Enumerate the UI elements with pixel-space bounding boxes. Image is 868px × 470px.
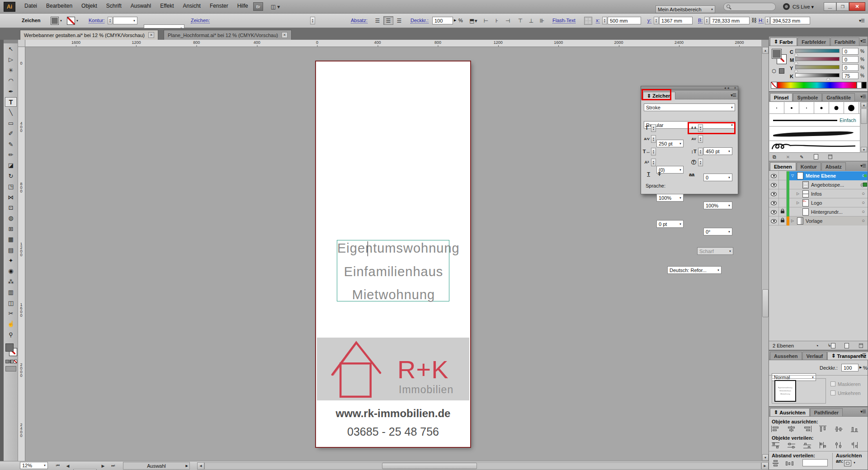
horizontal-scrollbar[interactable] [204,462,761,470]
color-cube-icon[interactable]: ⬡ [772,68,776,74]
distribute-top-icon[interactable] [771,442,781,449]
distribute-vertical-center-icon[interactable] [787,442,797,449]
last-color-swatch[interactable] [779,68,784,74]
tab-werbebanner[interactable]: Werbebanner gestalten.ai* bei 12 % (CMYK… [20,30,158,40]
pencil-tool[interactable]: ✎ [5,140,17,149]
calligraphic-brush-1[interactable] [769,102,784,114]
style-options-button[interactable]: ⬒▾ [467,16,479,25]
distribute-left-icon[interactable] [818,442,828,449]
layer-target-icon[interactable]: ○ [862,209,865,214]
rectangle-tool[interactable]: ▭ [5,118,17,128]
cs-live-menu[interactable]: CS Live ▾ [793,4,814,10]
tab-grafikstile[interactable]: Grafikstile [822,93,855,101]
menu-item-fenster[interactable]: Fenster [205,1,233,11]
eyedropper-tool[interactable]: ✦ [5,256,17,265]
zoom-tool[interactable]: ⚲ [5,330,17,339]
tab-farbfelder[interactable]: Farbfelder [797,38,830,46]
brush-libraries-icon[interactable]: ⧉ [773,154,776,160]
color-fill-swatch[interactable] [772,49,782,59]
opacity-input[interactable]: 100 [432,17,453,24]
collapse-panel-icon[interactable]: ◄◄ [723,86,730,89]
layer-row-vorlage[interactable]: ▷Vorlage○ [769,216,868,226]
align-left-icon[interactable] [771,425,781,432]
rotate-tool[interactable]: ↻ [5,171,17,181]
char-hscale-stepper[interactable]: ▲▼ [651,148,656,155]
brush-scroll-up-icon[interactable]: ▲ [861,102,867,108]
channel-slider-thumb-C[interactable] [794,53,798,56]
distribute-horizontal-center-icon[interactable] [834,442,844,449]
font-size-stepper[interactable]: ▲▼ [310,17,315,24]
char-rotation-select[interactable]: 0° [703,228,732,235]
brush-options-icon[interactable]: ✎ [800,155,803,160]
flash-text-link[interactable]: Flash-Text [552,18,576,24]
artboard[interactable]: Eigentumswohnung Einfamilienhaus Mietwoh… [316,61,470,447]
transparency-opacity-arrow-icon[interactable]: ▶ [859,366,862,369]
layer-row-content[interactable]: Angebotsspe...◎ [789,180,868,189]
x-input[interactable]: 500 mm [608,17,641,24]
char-rotation-stepper[interactable]: ▲▼ [698,159,703,166]
object-thumbnail[interactable]: EigentumswohnungEinfamilienhausMietwohnu… [774,380,796,402]
channel-slider-thumb-Y[interactable] [794,70,798,72]
layer-visibility-cell[interactable] [769,216,779,226]
tab-farbhilfe[interactable]: Farbhilfe [830,38,859,46]
opacity-label[interactable]: Deckkr.: [410,18,429,24]
layer-target-icon[interactable]: ○ [862,191,865,196]
delete-brush-icon[interactable] [828,155,832,159]
layer-row-angebotsspe-[interactable]: Angebotsspe...◎ [769,180,868,189]
align-horizontal-center-icon[interactable] [787,425,797,432]
horizontal-scroll-thumb[interactable] [382,463,477,469]
channel-value-M[interactable]: 0 [842,56,859,63]
tab-close-icon[interactable]: ✕ [282,32,288,38]
column-graph-tool[interactable]: ▥ [5,287,17,297]
channel-slider-Y[interactable] [795,65,840,69]
char-tracking-stepper[interactable]: ▲▼ [698,135,703,143]
remove-brush-stroke-icon[interactable]: ✕ [786,155,790,160]
fill-color-arrow-icon[interactable]: ▼ [60,19,62,22]
channel-slider-thumb-K[interactable] [826,78,830,80]
char-size-select[interactable]: 250 pt [656,140,684,147]
tab-verlauf[interactable]: Verlauf [802,352,827,360]
close-panel-icon[interactable]: ✕ [734,86,736,90]
scroll-down-icon[interactable]: ▼ [762,454,769,461]
layer-lock-cell[interactable] [779,171,787,180]
layer-expand-icon[interactable]: ▷ [797,192,799,196]
character-panel-menu-icon[interactable]: ▾☰ [731,93,736,98]
type-tool[interactable]: T [5,97,17,107]
char-leading-stepper[interactable]: ▲▼ [698,124,703,132]
status-display[interactable]: Auswahl▶ [123,462,190,470]
align-vertical-center-icon[interactable] [834,425,844,432]
free-transform-tool[interactable]: ⊡ [5,203,17,212]
text-frame[interactable]: Eigentumswohnung Einfamilienhaus Mietwoh… [337,240,449,301]
char-vscale-stepper[interactable]: ▲▼ [698,148,703,155]
spectrum-white-swatch[interactable] [857,82,862,89]
next-artboard-icon[interactable]: ▶ [99,461,108,470]
hand-tool[interactable]: ☝ [5,319,17,329]
color-spectrum-bar[interactable] [777,82,857,89]
first-artboard-icon[interactable]: ⏮ [53,461,62,470]
artboard-tool[interactable]: ◫ [5,298,17,308]
layers-panel-menu-icon[interactable]: ▾☰ [860,163,866,168]
calligraphic-brush-row[interactable] [769,102,860,114]
mesh-tool[interactable]: ▦ [5,235,17,244]
menu-item-hilfe[interactable]: Hilfe [233,1,253,11]
layer-row-content[interactable]: ▷R+Logo○ [789,198,868,207]
layer-lock-cell[interactable] [779,180,787,189]
scroll-right-icon[interactable]: ▶ [761,462,769,470]
language-select[interactable]: Deutsch: Refor... [667,266,722,274]
align-bottom-icon[interactable] [850,425,860,432]
visibility-eye-icon[interactable] [771,219,777,223]
tab-farbe[interactable]: ⇕ Farbe [770,38,797,46]
channel-value-C[interactable]: 0 [842,48,859,55]
height-stepper[interactable]: ▲▼ [765,17,770,24]
lasso-tool[interactable]: ◠ [5,76,17,85]
layer-row-content[interactable]: ▽·Meine Ebene○ [789,171,868,180]
tab-ausrichten[interactable]: ⇕ Ausrichten [770,408,810,416]
stroke-weight-stepper[interactable]: ▲▼ [108,17,113,24]
distribute-bottom-icon[interactable] [802,442,812,449]
tab-close-icon[interactable]: ✕ [148,32,154,38]
vertical-scrollbar[interactable]: ▲ ▼ [761,47,769,461]
menu-item-schrift[interactable]: Schrift [102,1,126,11]
brushes-panel-menu-icon[interactable]: ▾☰ [860,94,866,99]
layer-expand-icon[interactable]: ▷ [791,219,794,223]
make-clipping-mask-icon[interactable]: ◔ [816,343,819,348]
